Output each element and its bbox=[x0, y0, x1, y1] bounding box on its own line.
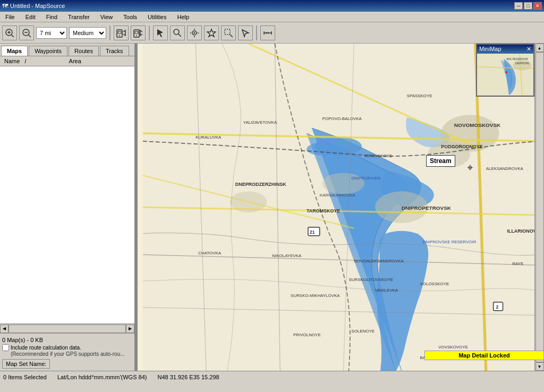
coord-format: Lat/Lon hddd°mm.mmm'(WGS 84) bbox=[57, 374, 147, 380]
list-body[interactable] bbox=[0, 66, 134, 323]
svg-line-1 bbox=[11, 35, 14, 37]
checkbox-note: (Recommended if your GPS supports auto-r… bbox=[2, 351, 132, 357]
map-area[interactable]: NOVOMOSKOVSK PODGORODNOYE DNEPRODZERZHIN… bbox=[138, 44, 544, 371]
svg-marker-13 bbox=[157, 29, 163, 37]
send-to-gps-button[interactable] bbox=[114, 25, 129, 40]
scale-select[interactable]: 7 mi1 mi2 mi5 mi10 mi bbox=[36, 27, 67, 39]
status-bar: 0 Items Selected Lat/Lon hddd°mm.mmm'(WG… bbox=[0, 371, 544, 382]
svg-text:SURSKOLITOVSKOYE: SURSKOLITOVSKOYE bbox=[348, 277, 393, 282]
map-canvas[interactable]: NOVOMOSKOVSK PODGORODNOYE DNEPRODZERZHIN… bbox=[138, 44, 544, 371]
tab-waypoints[interactable]: Waypoints bbox=[29, 46, 67, 56]
svg-point-12 bbox=[136, 35, 137, 36]
svg-text:PODGORODNOYE: PODGORODNOYE bbox=[441, 144, 482, 149]
scroll-down-btn[interactable]: ▼ bbox=[536, 362, 544, 371]
stream-label: Stream bbox=[430, 157, 452, 165]
maximize-button[interactable]: □ bbox=[524, 2, 532, 10]
include-route-label: Include route calculation data. bbox=[11, 345, 81, 351]
title-bar-left: 🗺 Untitled - MapSource bbox=[2, 3, 65, 9]
title-bar-controls: ─ □ ✕ bbox=[514, 2, 542, 10]
arrow-tool[interactable] bbox=[238, 25, 253, 40]
svg-text:SKE RESERVOIR: SKE RESERVOIR bbox=[506, 57, 528, 61]
include-route-checkbox-area: Include route calculation data. bbox=[2, 344, 132, 351]
tab-routes[interactable]: Routes bbox=[69, 46, 99, 56]
scroll-right-btn[interactable]: ▶ bbox=[126, 325, 134, 333]
col-name[interactable]: Name / bbox=[4, 58, 27, 64]
receive-from-gps-button[interactable] bbox=[131, 25, 146, 40]
svg-text:DNIPROPE: DNIPROPE bbox=[515, 62, 530, 65]
coord-position: N48 31.926 E35 15.298 bbox=[157, 374, 219, 380]
separator-3 bbox=[256, 25, 257, 40]
v-scroll-track[interactable] bbox=[536, 52, 544, 362]
svg-text:YALIZAVETOVKA: YALIZAVETOVKA bbox=[243, 120, 277, 125]
zoom-out-button[interactable] bbox=[19, 25, 34, 40]
main-layout: Maps Waypoints Routes Tracks Name / Area… bbox=[0, 44, 544, 371]
measure-tool[interactable] bbox=[260, 25, 275, 40]
scroll-up-btn[interactable]: ▲ bbox=[536, 44, 544, 52]
map-locked-notice: Map Detail Locked bbox=[424, 351, 544, 360]
svg-text:VOLOSSKOYE: VOLOSSKOYE bbox=[420, 282, 449, 286]
svg-text:SOLENOYE: SOLENOYE bbox=[351, 329, 375, 334]
tab-bar: Maps Waypoints Routes Tracks bbox=[0, 44, 134, 56]
svg-text:DNEPRODZERZHINSK: DNEPRODZERZHINSK bbox=[235, 182, 286, 187]
svg-text:CHATOVKA: CHATOVKA bbox=[198, 251, 222, 255]
separator-1 bbox=[109, 25, 110, 40]
minimap-title-bar: MiniMap ✕ bbox=[477, 45, 533, 54]
svg-line-5 bbox=[28, 35, 31, 37]
svg-rect-8 bbox=[118, 31, 121, 33]
svg-line-20 bbox=[230, 35, 233, 37]
svg-text:KARNAUHHOVKA: KARNAUHHOVKA bbox=[320, 193, 355, 198]
minimap-content: SKE RESERVOIR DNIPROPE bbox=[477, 54, 533, 95]
svg-text:NIKOLAYEVKA: NIKOLAYEVKA bbox=[272, 253, 302, 258]
zoom-rect-tool[interactable] bbox=[221, 25, 236, 40]
zoom-in-button[interactable] bbox=[2, 25, 17, 40]
svg-text:TAROMSKOYE: TAROMSKOYE bbox=[307, 208, 340, 214]
left-bottom-panel: 0 Map(s) - 0 KB Include route calculatio… bbox=[0, 333, 134, 371]
toolbar: 7 mi1 mi2 mi5 mi10 mi MediumLowHigh bbox=[0, 22, 544, 44]
map-right-scrollbar[interactable]: ▲ ▼ bbox=[534, 44, 544, 371]
include-route-checkbox[interactable] bbox=[2, 344, 9, 351]
app-title: Untitled - MapSource bbox=[10, 3, 65, 9]
col-area[interactable]: Area bbox=[69, 58, 81, 64]
svg-text:RAYE: RAYE bbox=[512, 261, 523, 266]
menu-utilities[interactable]: Utilities bbox=[144, 13, 169, 21]
title-bar: 🗺 Untitled - MapSource ─ □ ✕ bbox=[0, 0, 544, 12]
svg-text:SURSKO-MIKHAYLOVKA: SURSKO-MIKHAYLOVKA bbox=[291, 293, 340, 298]
minimap-close-button[interactable]: ✕ bbox=[526, 46, 531, 53]
svg-rect-19 bbox=[225, 29, 230, 35]
close-button[interactable]: ✕ bbox=[533, 2, 542, 10]
menu-view[interactable]: View bbox=[97, 13, 116, 21]
minimap: MiniMap ✕ SKE RESERVOIR DNIPROPE bbox=[476, 44, 534, 97]
svg-text:DNIPROVSKE RESERVOIR: DNIPROVSKE RESERVOIR bbox=[422, 240, 476, 244]
items-selected: 0 Items Selected bbox=[3, 374, 47, 380]
scroll-left-btn[interactable]: ◀ bbox=[0, 325, 8, 333]
maps-count-label: 0 Map(s) - 0 KB bbox=[2, 336, 132, 344]
tab-tracks[interactable]: Tracks bbox=[100, 46, 129, 56]
h-scrollbar[interactable]: ◀ ▶ bbox=[0, 323, 134, 333]
svg-text:VOVSKOVOYE: VOVSKOVOYE bbox=[438, 345, 468, 350]
svg-text:DNIPROPETROVSK: DNIPROPETROVSK bbox=[402, 205, 452, 211]
find-tool[interactable] bbox=[170, 25, 185, 40]
menu-edit[interactable]: Edit bbox=[22, 13, 39, 21]
svg-text:ALEKSANDROVKA: ALEKSANDROVKA bbox=[486, 166, 524, 171]
svg-text:KIROVSKOYE: KIROVSKOYE bbox=[364, 154, 392, 158]
svg-point-28 bbox=[307, 143, 338, 156]
tab-maps[interactable]: Maps bbox=[1, 46, 28, 56]
svg-text:NOVOMOSKOVSK: NOVOMOSKOVSK bbox=[454, 122, 501, 128]
map-set-name-button[interactable]: Map Set Name: bbox=[2, 359, 50, 369]
select-tool[interactable] bbox=[153, 25, 168, 40]
menu-tools[interactable]: Tools bbox=[120, 13, 140, 21]
menu-transfer[interactable]: Transfer bbox=[65, 13, 93, 21]
menu-file[interactable]: File bbox=[2, 13, 18, 21]
scroll-track[interactable] bbox=[8, 325, 126, 333]
pan-tool[interactable] bbox=[187, 25, 202, 40]
menu-find[interactable]: Find bbox=[43, 13, 61, 21]
svg-text:POPOVO-BALOVKA: POPOVO-BALOVKA bbox=[322, 116, 362, 121]
menu-help[interactable]: Help bbox=[174, 13, 192, 21]
waypoint-tool[interactable] bbox=[204, 25, 219, 40]
svg-text:DNIPRORIVER: DNIPRORIVER bbox=[351, 176, 380, 181]
minimize-button[interactable]: ─ bbox=[514, 2, 523, 10]
svg-marker-18 bbox=[207, 29, 216, 37]
quality-select[interactable]: MediumLowHigh bbox=[69, 27, 106, 39]
separator-2 bbox=[149, 25, 150, 40]
svg-point-92 bbox=[505, 71, 507, 73]
